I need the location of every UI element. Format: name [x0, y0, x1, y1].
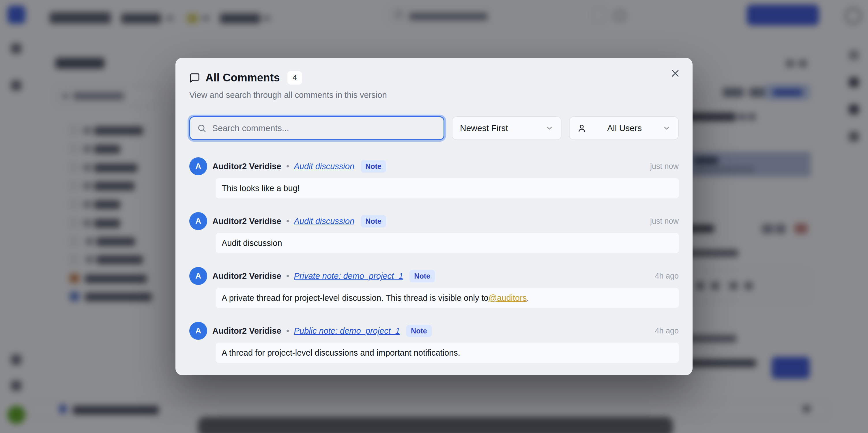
avatar: A: [189, 157, 207, 175]
comment-body: A thread for project-level discussions a…: [216, 343, 679, 363]
comment-text-suffix: .: [527, 293, 529, 303]
comment-thread-link[interactable]: Public note: demo_project_1: [294, 326, 400, 336]
comment-bubble-icon: [189, 72, 200, 84]
comment-thread-link[interactable]: Audit discussion: [294, 162, 354, 171]
mention-link[interactable]: @auditors: [489, 293, 527, 303]
sort-dropdown[interactable]: Newest First: [452, 116, 562, 140]
comment-author: Auditor2 Veridise: [212, 216, 281, 226]
comment-controls: Newest First All Users: [189, 116, 679, 140]
close-button[interactable]: [668, 66, 682, 80]
chevron-down-icon: [662, 124, 671, 132]
comment-text: A thread for project-level discussions a…: [222, 348, 460, 358]
sort-dropdown-label: Newest First: [460, 123, 546, 133]
comment-count-badge: 4: [287, 71, 302, 85]
comment-item: A Auditor2 Veridise Public note: demo_pr…: [189, 322, 679, 363]
note-badge: Note: [361, 215, 386, 227]
comment-search-box: [189, 116, 444, 140]
comment-header: A Auditor2 Veridise Private note: demo_p…: [189, 267, 679, 285]
close-icon: [670, 68, 680, 78]
comment-item: A Auditor2 Veridise Audit discussion Not…: [189, 157, 679, 198]
comment-timestamp: just now: [650, 162, 679, 171]
dialog-title: All Comments: [206, 71, 280, 84]
avatar: A: [189, 267, 207, 285]
user-filter-label: All Users: [586, 123, 662, 133]
note-badge: Note: [406, 325, 432, 337]
search-comments-input[interactable]: [212, 123, 437, 133]
comment-author: Auditor2 Veridise: [212, 162, 281, 171]
comment-text: Audit discussion: [222, 239, 282, 248]
separator-dot: [286, 275, 289, 277]
chevron-down-icon: [546, 124, 554, 132]
comment-item: A Auditor2 Veridise Audit discussion Not…: [189, 212, 679, 253]
avatar: A: [189, 212, 207, 230]
comment-list: A Auditor2 Veridise Audit discussion Not…: [189, 157, 679, 363]
comment-author: Auditor2 Veridise: [212, 326, 281, 336]
comment-thread-link[interactable]: Private note: demo_project_1: [294, 271, 403, 281]
comment-header: A Auditor2 Veridise Audit discussion Not…: [189, 212, 679, 230]
search-icon: [197, 124, 206, 133]
dialog-header: All Comments 4: [189, 71, 679, 85]
comment-item: A Auditor2 Veridise Private note: demo_p…: [189, 267, 679, 308]
avatar: A: [189, 322, 207, 340]
separator-dot: [286, 330, 289, 332]
separator-dot: [286, 220, 289, 222]
note-badge: Note: [409, 270, 435, 282]
comment-thread-link[interactable]: Audit discussion: [294, 216, 354, 226]
comment-body: A private thread for project-level discu…: [216, 288, 679, 308]
comment-header: A Auditor2 Veridise Audit discussion Not…: [189, 157, 679, 175]
comment-body: This looks like a bug!: [216, 178, 679, 198]
comment-text: A private thread for project-level discu…: [222, 293, 489, 303]
app-screen: All Comments 4 View and search through a…: [0, 0, 868, 433]
note-badge: Note: [361, 160, 386, 173]
comment-timestamp: just now: [650, 217, 679, 226]
comment-timestamp: 4h ago: [655, 327, 679, 335]
separator-dot: [286, 165, 289, 167]
all-comments-dialog: All Comments 4 View and search through a…: [176, 58, 692, 375]
comment-header: A Auditor2 Veridise Public note: demo_pr…: [189, 322, 679, 340]
comment-text: This looks like a bug!: [222, 184, 300, 193]
comment-body: Audit discussion: [216, 233, 679, 253]
user-filter-dropdown[interactable]: All Users: [569, 116, 679, 140]
comment-timestamp: 4h ago: [655, 272, 679, 281]
person-icon: [577, 124, 586, 133]
comment-author: Auditor2 Veridise: [212, 271, 281, 281]
dialog-subtitle: View and search through all comments in …: [189, 89, 679, 101]
